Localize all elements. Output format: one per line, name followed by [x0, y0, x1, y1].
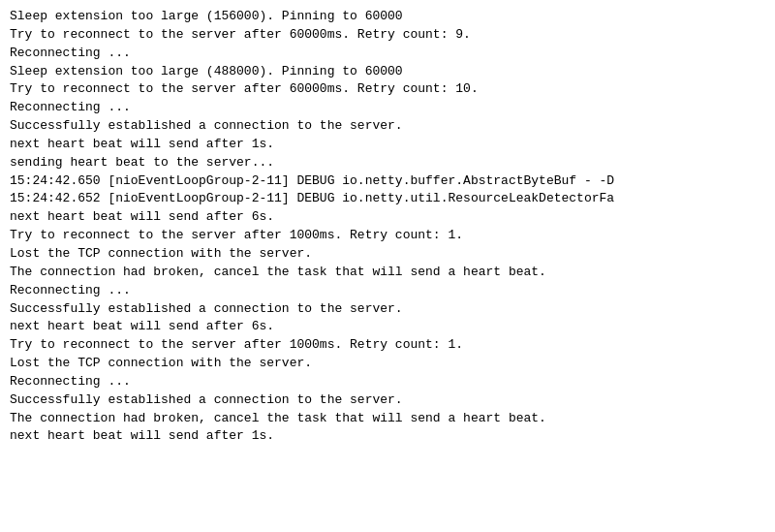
log-line: next heart beat will send after 6s.	[10, 208, 765, 227]
log-container: Sleep extension too large (156000). Pinn…	[10, 8, 765, 446]
log-line: Sleep extension too large (488000). Pinn…	[10, 63, 765, 81]
log-line: Try to reconnect to the server after 600…	[10, 80, 765, 99]
log-line: Lost the TCP connection with the server.	[10, 245, 765, 264]
log-line: next heart beat will send after 1s.	[10, 427, 765, 446]
log-line: next heart beat will send after 1s.	[10, 136, 765, 154]
log-line: sending heart beat to the server...	[10, 154, 765, 172]
log-line: Try to reconnect to the server after 600…	[10, 26, 765, 45]
log-line: Reconnecting ...	[10, 99, 765, 117]
log-line: Reconnecting ...	[10, 373, 765, 391]
log-line: Successfully established a connection to…	[10, 300, 765, 319]
log-line: Try to reconnect to the server after 100…	[10, 227, 765, 245]
log-line: Successfully established a connection to…	[10, 391, 765, 410]
log-line: Successfully established a connection to…	[10, 117, 765, 136]
log-line: Sleep extension too large (156000). Pinn…	[10, 8, 765, 26]
log-line: Lost the TCP connection with the server.	[10, 355, 765, 373]
log-line: 15:24:42.652 [nioEventLoopGroup-2-11] DE…	[10, 190, 765, 208]
log-line: Reconnecting ...	[10, 282, 765, 300]
log-line: 15:24:42.650 [nioEventLoopGroup-2-11] DE…	[10, 172, 765, 191]
log-line: The connection had broken, cancel the ta…	[10, 264, 765, 282]
log-line: next heart beat will send after 6s.	[10, 318, 765, 336]
log-line: Try to reconnect to the server after 100…	[10, 336, 765, 355]
log-line: Reconnecting ...	[10, 45, 765, 63]
log-line: The connection had broken, cancel the ta…	[10, 410, 765, 428]
